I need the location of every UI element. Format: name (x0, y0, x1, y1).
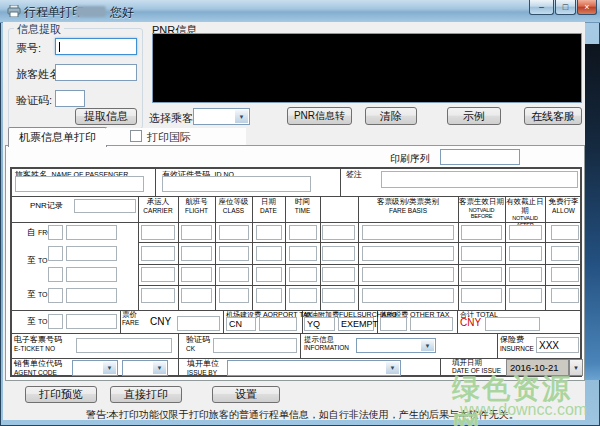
info-label: 提示信息INFORMATION (304, 335, 349, 352)
segment-input[interactable] (322, 246, 355, 261)
segment-input[interactable] (322, 225, 355, 240)
other-tax-amount-field[interactable] (410, 317, 453, 331)
segment-input[interactable] (461, 267, 502, 282)
other-tax-code-field[interactable] (380, 317, 407, 331)
issue-by-combobox[interactable]: ▼ (227, 360, 401, 376)
segment-input[interactable] (181, 246, 212, 261)
select-passenger-combobox[interactable]: ▼ (193, 108, 250, 125)
segment-input[interactable] (219, 288, 249, 303)
segment-input[interactable] (66, 225, 117, 240)
segment-input[interactable] (322, 267, 355, 282)
segment-input[interactable] (219, 267, 249, 282)
fuel-surcharge-code-field[interactable]: YQ (304, 317, 335, 331)
airport-tax-code-field[interactable]: CN (226, 317, 256, 331)
segment-input[interactable] (256, 267, 282, 282)
close-icon: × (584, 2, 589, 12)
segment-input[interactable] (141, 288, 175, 303)
segment-input[interactable] (509, 246, 542, 261)
window-title: 行程单打印 (24, 4, 84, 21)
segment-input[interactable] (219, 225, 249, 240)
segment-input[interactable] (551, 267, 579, 282)
print-preview-button[interactable]: 打印预览 (25, 386, 97, 403)
ck-field[interactable] (213, 338, 297, 353)
segment-input[interactable] (141, 225, 175, 240)
minimize-button[interactable]: – (529, 0, 554, 15)
total-amount-field[interactable] (485, 317, 540, 331)
greeting-text: 您好 (110, 4, 134, 21)
segment-input[interactable] (219, 246, 249, 261)
airport-tax-amount-field[interactable] (259, 317, 297, 331)
segment-input[interactable] (66, 267, 117, 282)
segment-input[interactable] (362, 288, 454, 303)
segment-input[interactable] (256, 288, 282, 303)
segment-input[interactable] (289, 267, 317, 282)
col-not-after-header: 有效截止日期NOTVALID AFTER (505, 198, 545, 228)
agent-code-label: 销售单位代码AGENT CODE (14, 359, 62, 376)
passenger-name-input[interactable] (55, 64, 137, 81)
pnr-convert-button[interactable]: PNR信息转 (287, 107, 352, 125)
clear-button[interactable]: 清除 (365, 107, 417, 125)
segment-input[interactable] (48, 314, 63, 329)
agent-code-combobox-1[interactable]: ▼ (72, 360, 118, 376)
print-seq-input[interactable] (440, 149, 520, 165)
pnr-info-textarea[interactable] (152, 33, 582, 103)
segment-input[interactable] (181, 225, 212, 240)
segment-input[interactable] (66, 314, 117, 329)
fuel-surcharge-value-field[interactable]: EXEMPT (338, 317, 374, 331)
segment-input[interactable] (322, 288, 355, 303)
passenger-name-field[interactable] (15, 176, 144, 192)
print-intl-strip: 打印国际 (106, 128, 246, 145)
segment-input[interactable] (509, 225, 542, 240)
segment-input[interactable] (461, 246, 502, 261)
segment-input[interactable] (289, 288, 317, 303)
segment-input[interactable] (141, 246, 175, 261)
grid-hline (138, 264, 582, 265)
segment-input[interactable] (181, 267, 212, 282)
pnr-record-field[interactable] (74, 199, 136, 213)
direct-print-button[interactable]: 直接打印 (110, 386, 182, 403)
print-intl-checkbox[interactable] (130, 130, 142, 142)
extract-info-button[interactable]: 提取信息 (75, 108, 137, 125)
ticket-no-input[interactable] (55, 38, 137, 55)
segment-input[interactable] (289, 225, 317, 240)
captcha-input[interactable] (55, 90, 85, 107)
grid-vline (457, 310, 458, 333)
segment-input[interactable] (551, 225, 579, 240)
fare-amount-field[interactable] (177, 316, 220, 331)
segment-input[interactable] (289, 246, 317, 261)
id-no-field[interactable] (162, 176, 311, 192)
online-support-button[interactable]: 在线客服 (524, 107, 582, 125)
close-button[interactable]: × (577, 0, 597, 15)
example-button[interactable]: 示例 (447, 107, 501, 125)
info-combobox[interactable]: ▼ (356, 338, 436, 353)
segment-input[interactable] (362, 225, 454, 240)
segment-input[interactable] (551, 246, 579, 261)
segment-input[interactable] (48, 246, 63, 261)
maximize-button[interactable]: □ (555, 0, 576, 15)
segment-input[interactable] (509, 288, 542, 303)
settings-button[interactable]: 设置 (212, 386, 280, 403)
segment-input[interactable] (256, 246, 282, 261)
segment-input[interactable] (461, 225, 502, 240)
segment-input[interactable] (141, 267, 175, 282)
segment-input[interactable] (66, 246, 117, 261)
agent-code-combobox-2[interactable]: ▼ (122, 360, 168, 376)
etkt-field[interactable] (76, 338, 172, 353)
grid-vline (223, 310, 224, 333)
maximize-icon: □ (563, 2, 568, 12)
endorsement-field[interactable] (381, 171, 578, 188)
to-label-1: 至 TO (27, 255, 47, 267)
segment-input[interactable] (48, 267, 63, 282)
segment-input[interactable] (509, 267, 542, 282)
segment-input[interactable] (362, 246, 454, 261)
insurance-field[interactable]: XXX (536, 337, 579, 353)
segment-input[interactable] (48, 225, 63, 240)
segment-input[interactable] (256, 225, 282, 240)
tab-ticket-info-print[interactable]: 机票信息单打印 (8, 127, 107, 147)
segment-input[interactable] (461, 288, 502, 303)
segment-input[interactable] (362, 267, 454, 282)
segment-input[interactable] (66, 288, 117, 303)
segment-input[interactable] (181, 288, 212, 303)
segment-input[interactable] (48, 288, 63, 303)
segment-input[interactable] (551, 288, 579, 303)
